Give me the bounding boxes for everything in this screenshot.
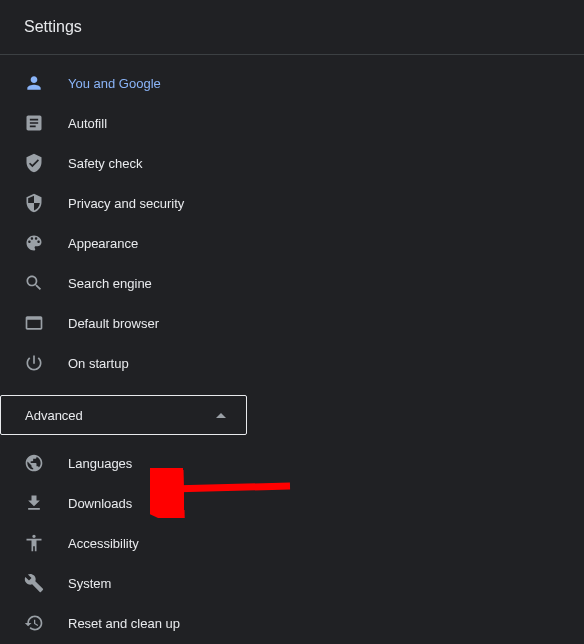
palette-icon bbox=[24, 233, 44, 253]
person-icon bbox=[24, 73, 44, 93]
reset-icon bbox=[24, 613, 44, 633]
autofill-icon bbox=[24, 113, 44, 133]
power-icon bbox=[24, 353, 44, 373]
nav-default-browser[interactable]: Default browser bbox=[0, 303, 584, 343]
nav-accessibility[interactable]: Accessibility bbox=[0, 523, 584, 563]
nav-label: Privacy and security bbox=[68, 196, 184, 211]
nav-label: Reset and clean up bbox=[68, 616, 180, 631]
nav-label: On startup bbox=[68, 356, 129, 371]
chevron-up-icon bbox=[216, 413, 226, 418]
nav-label: Accessibility bbox=[68, 536, 139, 551]
nav-languages[interactable]: Languages bbox=[0, 443, 584, 483]
nav-label: Safety check bbox=[68, 156, 142, 171]
settings-header: Settings bbox=[0, 0, 584, 55]
nav-label: You and Google bbox=[68, 76, 161, 91]
nav-on-startup[interactable]: On startup bbox=[0, 343, 584, 383]
nav-autofill[interactable]: Autofill bbox=[0, 103, 584, 143]
shield-icon bbox=[24, 193, 44, 213]
nav-label: Downloads bbox=[68, 496, 132, 511]
nav-privacy-security[interactable]: Privacy and security bbox=[0, 183, 584, 223]
nav-label: Search engine bbox=[68, 276, 152, 291]
nav-reset[interactable]: Reset and clean up bbox=[0, 603, 584, 643]
nav-search-engine[interactable]: Search engine bbox=[0, 263, 584, 303]
search-icon bbox=[24, 273, 44, 293]
settings-nav: You and Google Autofill Safety check Pri… bbox=[0, 55, 584, 644]
nav-you-and-google[interactable]: You and Google bbox=[0, 63, 584, 103]
nav-system[interactable]: System bbox=[0, 563, 584, 603]
advanced-toggle[interactable]: Advanced bbox=[0, 395, 247, 435]
nav-downloads[interactable]: Downloads bbox=[0, 483, 584, 523]
download-icon bbox=[24, 493, 44, 513]
wrench-icon bbox=[24, 573, 44, 593]
nav-label: Default browser bbox=[68, 316, 159, 331]
nav-label: Appearance bbox=[68, 236, 138, 251]
globe-icon bbox=[24, 453, 44, 473]
browser-icon bbox=[24, 313, 44, 333]
advanced-label: Advanced bbox=[25, 408, 83, 423]
nav-safety-check[interactable]: Safety check bbox=[0, 143, 584, 183]
page-title: Settings bbox=[24, 18, 560, 36]
nav-label: Languages bbox=[68, 456, 132, 471]
nav-appearance[interactable]: Appearance bbox=[0, 223, 584, 263]
nav-label: Autofill bbox=[68, 116, 107, 131]
safety-check-icon bbox=[24, 153, 44, 173]
nav-label: System bbox=[68, 576, 111, 591]
accessibility-icon bbox=[24, 533, 44, 553]
